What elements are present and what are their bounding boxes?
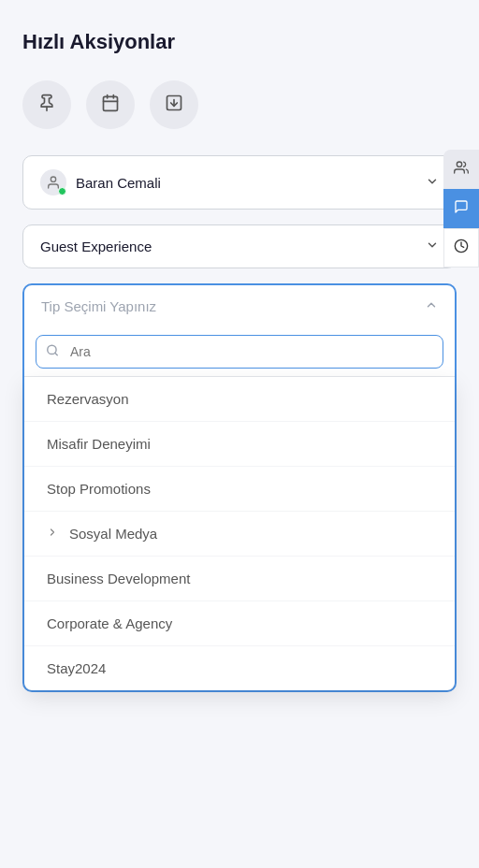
sidebar-clock-button[interactable]	[443, 228, 479, 268]
item-label: Stop Promotions	[47, 481, 151, 497]
list-item[interactable]: Stop Promotions	[24, 467, 455, 512]
calendar-icon	[101, 94, 120, 117]
department-selector[interactable]: Guest Experience	[22, 224, 457, 268]
svg-rect-1	[104, 96, 118, 110]
avatar	[40, 169, 66, 195]
item-label: Misafir Deneyimi	[47, 436, 151, 452]
quick-action-icons	[22, 80, 457, 129]
svg-point-10	[457, 162, 461, 166]
item-label: Corporate & Agency	[47, 615, 172, 631]
page-title: Hızlı Aksiyonlar	[22, 30, 457, 54]
clock-icon	[454, 239, 469, 257]
item-label: Business Development	[47, 571, 190, 586]
user-selector-chevron-down-icon	[426, 175, 439, 191]
online-status-dot	[58, 187, 66, 195]
chevron-right-icon	[47, 527, 58, 541]
download-icon	[165, 94, 183, 117]
user-selector-wrapper: Baran Cemali	[22, 155, 457, 210]
list-item[interactable]: Rezervasyon	[24, 377, 455, 422]
user-name-label: Baran Cemali	[76, 175, 161, 191]
search-icon	[46, 344, 59, 360]
pin-button[interactable]	[22, 80, 71, 129]
svg-point-7	[51, 177, 55, 181]
chat-icon	[454, 199, 469, 218]
sidebar-users-button[interactable]	[443, 150, 479, 189]
right-sidebar	[443, 150, 479, 268]
pin-icon	[37, 94, 56, 117]
search-input[interactable]	[36, 335, 443, 369]
list-item[interactable]: Stay2024	[24, 646, 455, 690]
list-item[interactable]: Misafir Deneyimi	[24, 422, 455, 467]
type-selector-chevron-up-icon	[425, 298, 438, 314]
department-selector-wrapper: Guest Experience	[22, 224, 457, 268]
dropdown-list: Rezervasyon Misafir Deneyimi Stop Promot…	[24, 377, 455, 690]
item-label: Stay2024	[47, 660, 106, 676]
item-label: Rezervasyon	[47, 391, 129, 407]
item-label: Sosyal Medya	[69, 526, 157, 542]
list-item[interactable]: Business Development	[24, 557, 455, 601]
list-item[interactable]: Sosyal Medya	[24, 512, 455, 557]
users-icon	[454, 160, 469, 179]
sidebar-chat-button[interactable]	[443, 189, 479, 228]
main-content: Hızlı Aksiyonlar	[0, 0, 479, 715]
type-selector-placeholder: Tip Seçimi Yapınız	[41, 298, 156, 314]
user-selector[interactable]: Baran Cemali	[22, 155, 457, 210]
type-selector-header[interactable]: Tip Seçimi Yapınız	[24, 285, 455, 327]
user-selector-inner: Baran Cemali	[40, 169, 161, 195]
list-item[interactable]: Corporate & Agency	[24, 601, 455, 646]
svg-line-9	[55, 353, 58, 355]
search-box-container	[36, 335, 443, 369]
department-selector-chevron-down-icon	[426, 239, 439, 254]
department-label: Guest Experience	[40, 239, 152, 254]
search-box-wrapper	[24, 327, 455, 377]
download-button[interactable]	[150, 80, 198, 129]
page-container: Hızlı Aksiyonlar	[0, 0, 479, 868]
calendar-button[interactable]	[86, 80, 135, 129]
type-selector-open: Tip Seçimi Yapınız	[22, 283, 457, 692]
